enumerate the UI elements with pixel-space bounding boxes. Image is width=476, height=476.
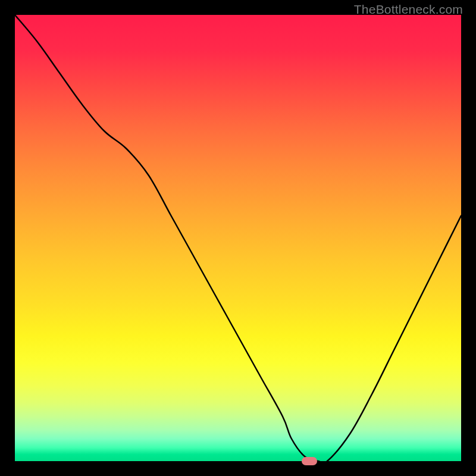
bottleneck-chart: TheBottleneck.com bbox=[0, 0, 476, 476]
chart-gradient-background bbox=[15, 15, 461, 461]
optimal-marker bbox=[302, 457, 317, 465]
watermark-text: TheBottleneck.com bbox=[354, 2, 463, 17]
